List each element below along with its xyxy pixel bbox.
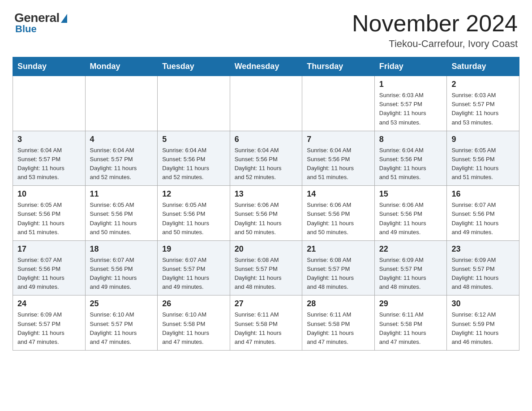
day-cell	[230, 76, 302, 131]
day-number: 14	[307, 189, 370, 199]
day-cell: 15Sunrise: 6:06 AM Sunset: 5:56 PM Dayli…	[374, 186, 447, 241]
day-cell: 6Sunrise: 6:04 AM Sunset: 5:56 PM Daylig…	[230, 131, 302, 186]
day-info: Sunrise: 6:03 AM Sunset: 5:57 PM Dayligh…	[451, 91, 515, 127]
day-info: Sunrise: 6:07 AM Sunset: 5:56 PM Dayligh…	[17, 256, 81, 292]
header-row: SundayMondayTuesdayWednesdayThursdayFrid…	[13, 57, 519, 76]
day-info: Sunrise: 6:05 AM Sunset: 5:56 PM Dayligh…	[90, 201, 153, 237]
day-info: Sunrise: 6:07 AM Sunset: 5:57 PM Dayligh…	[162, 256, 225, 292]
day-number: 12	[162, 189, 225, 199]
day-info: Sunrise: 6:07 AM Sunset: 5:56 PM Dayligh…	[90, 256, 153, 292]
logo-blue-text: Blue	[15, 23, 37, 35]
day-info: Sunrise: 6:04 AM Sunset: 5:56 PM Dayligh…	[235, 146, 298, 182]
day-cell: 24Sunrise: 6:09 AM Sunset: 5:57 PM Dayli…	[13, 295, 86, 351]
day-number: 24	[17, 299, 81, 308]
day-number: 2	[451, 80, 515, 89]
day-number: 18	[90, 244, 153, 254]
week-row-5: 24Sunrise: 6:09 AM Sunset: 5:57 PM Dayli…	[13, 295, 519, 351]
day-info: Sunrise: 6:07 AM Sunset: 5:56 PM Dayligh…	[451, 201, 515, 237]
day-info: Sunrise: 6:05 AM Sunset: 5:56 PM Dayligh…	[162, 201, 225, 237]
day-info: Sunrise: 6:05 AM Sunset: 5:56 PM Dayligh…	[451, 146, 515, 182]
day-header-sunday: Sunday	[13, 57, 86, 76]
day-info: Sunrise: 6:10 AM Sunset: 5:58 PM Dayligh…	[162, 310, 225, 347]
day-header-tuesday: Tuesday	[158, 57, 230, 76]
day-cell: 25Sunrise: 6:10 AM Sunset: 5:57 PM Dayli…	[85, 295, 158, 351]
day-cell: 2Sunrise: 6:03 AM Sunset: 5:57 PM Daylig…	[447, 76, 519, 131]
week-row-1: 1Sunrise: 6:03 AM Sunset: 5:57 PM Daylig…	[13, 76, 519, 131]
day-info: Sunrise: 6:06 AM Sunset: 5:56 PM Dayligh…	[235, 201, 298, 237]
day-cell	[302, 76, 375, 131]
day-info: Sunrise: 6:04 AM Sunset: 5:56 PM Dayligh…	[307, 146, 370, 182]
day-number: 9	[451, 135, 515, 144]
day-info: Sunrise: 6:05 AM Sunset: 5:56 PM Dayligh…	[17, 201, 81, 237]
day-cell: 13Sunrise: 6:06 AM Sunset: 5:56 PM Dayli…	[230, 186, 302, 241]
title-block: November 2024 Tiekou-Carrefour, Ivory Co…	[352, 11, 518, 50]
day-cell: 10Sunrise: 6:05 AM Sunset: 5:56 PM Dayli…	[13, 186, 86, 241]
day-number: 22	[379, 244, 442, 254]
day-info: Sunrise: 6:04 AM Sunset: 5:56 PM Dayligh…	[379, 146, 442, 182]
logo-triangle-icon	[61, 14, 67, 23]
day-cell: 21Sunrise: 6:08 AM Sunset: 5:57 PM Dayli…	[302, 240, 375, 295]
day-number: 13	[235, 189, 298, 199]
day-cell: 22Sunrise: 6:09 AM Sunset: 5:57 PM Dayli…	[374, 240, 447, 295]
day-number: 17	[17, 244, 81, 254]
day-cell: 27Sunrise: 6:11 AM Sunset: 5:58 PM Dayli…	[230, 295, 302, 351]
day-header-friday: Friday	[374, 57, 447, 76]
day-cell: 29Sunrise: 6:11 AM Sunset: 5:58 PM Dayli…	[374, 295, 447, 351]
day-cell: 17Sunrise: 6:07 AM Sunset: 5:56 PM Dayli…	[13, 240, 86, 295]
day-info: Sunrise: 6:09 AM Sunset: 5:57 PM Dayligh…	[17, 310, 81, 347]
day-info: Sunrise: 6:04 AM Sunset: 5:56 PM Dayligh…	[162, 146, 225, 182]
day-cell: 23Sunrise: 6:09 AM Sunset: 5:57 PM Dayli…	[447, 240, 519, 295]
day-number: 16	[451, 189, 515, 199]
day-header-wednesday: Wednesday	[230, 57, 302, 76]
day-info: Sunrise: 6:04 AM Sunset: 5:57 PM Dayligh…	[90, 146, 153, 182]
month-title: November 2024	[352, 11, 518, 36]
day-cell: 7Sunrise: 6:04 AM Sunset: 5:56 PM Daylig…	[302, 131, 375, 186]
day-number: 30	[451, 299, 515, 308]
day-number: 21	[307, 244, 370, 254]
day-number: 27	[235, 299, 298, 308]
day-cell	[85, 76, 158, 131]
day-cell: 14Sunrise: 6:06 AM Sunset: 5:56 PM Dayli…	[302, 186, 375, 241]
day-info: Sunrise: 6:12 AM Sunset: 5:59 PM Dayligh…	[451, 310, 515, 347]
day-info: Sunrise: 6:09 AM Sunset: 5:57 PM Dayligh…	[451, 256, 515, 292]
day-number: 8	[379, 135, 442, 144]
calendar-body: 1Sunrise: 6:03 AM Sunset: 5:57 PM Daylig…	[13, 76, 519, 351]
day-info: Sunrise: 6:09 AM Sunset: 5:57 PM Dayligh…	[379, 256, 442, 292]
logo: General Blue	[14, 11, 67, 35]
day-cell: 5Sunrise: 6:04 AM Sunset: 5:56 PM Daylig…	[158, 131, 230, 186]
day-info: Sunrise: 6:06 AM Sunset: 5:56 PM Dayligh…	[307, 201, 370, 237]
day-number: 28	[307, 299, 370, 308]
page-header: General Blue November 2024 Tiekou-Carref…	[0, 0, 532, 57]
day-cell: 18Sunrise: 6:07 AM Sunset: 5:56 PM Dayli…	[85, 240, 158, 295]
day-cell: 30Sunrise: 6:12 AM Sunset: 5:59 PM Dayli…	[447, 295, 519, 351]
calendar: SundayMondayTuesdayWednesdayThursdayFrid…	[0, 57, 532, 363]
day-number: 1	[379, 80, 442, 89]
day-cell: 28Sunrise: 6:11 AM Sunset: 5:58 PM Dayli…	[302, 295, 375, 351]
day-cell: 19Sunrise: 6:07 AM Sunset: 5:57 PM Dayli…	[158, 240, 230, 295]
day-number: 26	[162, 299, 225, 308]
day-cell: 16Sunrise: 6:07 AM Sunset: 5:56 PM Dayli…	[447, 186, 519, 241]
day-number: 3	[17, 135, 81, 144]
day-cell: 11Sunrise: 6:05 AM Sunset: 5:56 PM Dayli…	[85, 186, 158, 241]
day-header-saturday: Saturday	[447, 57, 519, 76]
day-cell	[13, 76, 86, 131]
day-info: Sunrise: 6:04 AM Sunset: 5:57 PM Dayligh…	[17, 146, 81, 182]
day-info: Sunrise: 6:11 AM Sunset: 5:58 PM Dayligh…	[235, 310, 298, 347]
day-number: 20	[235, 244, 298, 254]
day-cell: 20Sunrise: 6:08 AM Sunset: 5:57 PM Dayli…	[230, 240, 302, 295]
day-number: 10	[17, 189, 81, 199]
day-info: Sunrise: 6:03 AM Sunset: 5:57 PM Dayligh…	[379, 91, 442, 127]
week-row-2: 3Sunrise: 6:04 AM Sunset: 5:57 PM Daylig…	[13, 131, 519, 186]
week-row-4: 17Sunrise: 6:07 AM Sunset: 5:56 PM Dayli…	[13, 240, 519, 295]
day-info: Sunrise: 6:08 AM Sunset: 5:57 PM Dayligh…	[307, 256, 370, 292]
day-header-monday: Monday	[85, 57, 158, 76]
day-number: 23	[451, 244, 515, 254]
day-info: Sunrise: 6:11 AM Sunset: 5:58 PM Dayligh…	[379, 310, 442, 347]
day-cell: 8Sunrise: 6:04 AM Sunset: 5:56 PM Daylig…	[374, 131, 447, 186]
day-number: 15	[379, 189, 442, 199]
week-row-3: 10Sunrise: 6:05 AM Sunset: 5:56 PM Dayli…	[13, 186, 519, 241]
day-number: 11	[90, 189, 153, 199]
day-number: 29	[379, 299, 442, 308]
day-number: 7	[307, 135, 370, 144]
day-number: 4	[90, 135, 153, 144]
